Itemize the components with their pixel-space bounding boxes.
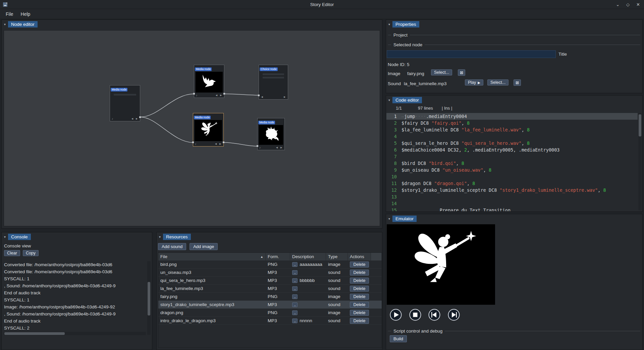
table-row[interactable]: fairy.pngPNG..imageDelete [158,293,382,301]
resources-title[interactable]: Resources [163,234,191,240]
code-line[interactable]: 5$qui_sera_le_hero DC8 "qui_sera_le_hero… [386,140,638,147]
code-scrollbar-thumb[interactable] [639,114,641,136]
delete-button[interactable]: Delete [350,261,369,268]
console-hscrollbar[interactable] [4,332,146,335]
delete-button[interactable]: Delete [350,278,369,284]
close-icon[interactable]: ✕ [636,2,640,7]
sound-play-button[interactable]: Play ▶ [465,79,483,85]
description-edit-button[interactable]: .. [292,278,298,283]
next-icon[interactable]: ► [280,146,283,149]
code-line[interactable]: 10 [386,173,638,180]
input-port[interactable] [258,95,260,96]
sound-note-icon[interactable]: ♪ [195,142,196,145]
code-line[interactable]: 12$story1_drako_luminelle_sceptre DC8 "s… [386,187,638,193]
prev-icon[interactable]: ◄ [215,94,218,97]
input-port[interactable] [192,141,194,143]
code-line[interactable]: 7 [386,153,638,160]
code-line[interactable]: 2$fairy DC8 "fairy.qoi", 8 [386,120,638,126]
column-header-format[interactable]: Form. [266,253,290,260]
sound-note-icon[interactable]: ♪ [259,146,261,149]
collapse-arrow-icon[interactable]: ▾ [388,99,390,102]
column-header-description[interactable]: Description [290,253,326,260]
node-editor-title[interactable]: Node editor [8,21,38,27]
delete-button[interactable]: Delete [350,294,369,300]
input-port[interactable] [193,93,195,95]
next-icon[interactable]: ► [283,95,286,99]
copy-button[interactable]: Copy [23,250,39,256]
console-log[interactable]: Converted file: /home/anthony/ostproj/ba… [4,261,146,335]
node-dragon[interactable]: Media node ♪ ◄ ► [257,118,285,150]
description-edit-button[interactable]: .. [292,286,298,291]
emulator-title[interactable]: Emulator [392,216,417,222]
output-port[interactable] [223,93,225,95]
node-graph-canvas[interactable]: Media node ♪ ◄ ► Media node [4,30,380,226]
collapse-arrow-icon[interactable]: ▾ [4,235,6,239]
table-row[interactable]: intro_drako_le_dragon.mp3MP3..nnnnnsound… [158,317,382,325]
code-line[interactable]: 13 [386,193,638,200]
image-clear-button[interactable]: ⊠ [458,69,465,76]
step-back-button[interactable] [428,308,441,322]
table-row[interactable]: story1_drako_luminelle_sceptre.mp3MP3..s… [158,301,382,309]
description-edit-button[interactable]: .. [292,294,298,299]
collapse-arrow-icon[interactable]: ▾ [388,23,390,26]
description-edit-button[interactable]: .. [292,310,298,315]
delete-button[interactable]: Delete [350,318,369,324]
code-line[interactable]: 8$bird DC8 "bird.qoi", 8 [386,160,638,167]
description-edit-button[interactable]: .. [292,302,298,307]
output-port[interactable] [139,116,141,118]
description-edit-button[interactable]: .. [292,270,298,275]
menu-help[interactable]: Help [17,10,34,18]
input-port[interactable] [257,145,258,147]
build-button[interactable]: Build [390,335,407,342]
prev-icon[interactable]: ◄ [214,142,217,145]
code-editor-title[interactable]: Code editor [392,97,422,103]
column-header-actions[interactable]: Actions [348,253,371,260]
delete-button[interactable]: Delete [350,302,369,308]
prev-icon[interactable]: ◄ [131,117,133,120]
table-row[interactable]: un_oiseau.mp3MP3..soundDelete [158,269,382,277]
clear-button[interactable]: Clear [4,250,20,256]
code-line[interactable]: 14 [386,200,638,207]
code-scrollbar[interactable] [638,113,642,210]
collapse-arrow-icon[interactable]: ▾ [4,23,6,26]
next-icon[interactable]: ► [136,117,138,120]
sound-note-icon[interactable]: ♪ [112,117,113,120]
console-vscrollbar[interactable] [147,261,151,335]
table-row[interactable]: bird.pngPNG..aaaaaaaaaimageDelete [158,260,382,269]
description-edit-button[interactable]: .. [292,318,298,323]
delete-button[interactable]: Delete [350,270,369,276]
output-port[interactable] [223,141,224,143]
add-image-button[interactable]: Add image [190,243,218,250]
prev-icon[interactable]: ◄ [275,146,278,149]
collapse-arrow-icon[interactable]: ▾ [159,235,161,239]
code-line[interactable]: 1–jump····.mediaEntry0004 [386,113,638,120]
play-button[interactable] [389,308,402,322]
column-header-type[interactable]: Type [326,253,348,260]
stop-button[interactable] [409,308,422,322]
add-sound-button[interactable]: Add sound [158,243,186,250]
title-input[interactable] [387,50,556,58]
code-line[interactable]: 4 [386,133,638,140]
column-header-file[interactable]: File ▲ [158,253,266,260]
next-icon[interactable]: ► [220,94,222,97]
prev-icon[interactable]: ◄ [261,95,263,99]
code-line[interactable]: 6$mediaChoice0004 DC32, 2, .mediaEntry00… [386,147,638,153]
console-hscrollbar-thumb[interactable] [4,332,65,335]
sound-clear-button[interactable]: ⊠ [514,79,521,86]
sound-select-button[interactable]: Select... [487,79,508,85]
menu-file[interactable]: File [2,10,17,18]
code-line[interactable]: 3$la_fee_luminelle DC8 "la_fee_luminelle… [386,126,638,133]
delete-button[interactable]: Delete [350,310,369,316]
node-bird[interactable]: Media node ♪ ◄ ► [194,65,224,98]
node-start[interactable]: Media node ♪ ◄ ► [110,85,140,121]
node-fairy[interactable]: Media node ♪ ◄ ► [193,113,224,147]
description-edit-button[interactable]: .. [292,262,298,267]
console-vscrollbar-thumb[interactable] [148,282,150,315]
code-line[interactable]: 9$un_oiseau DC8 "un_oiseau.wav", 8 [386,167,638,173]
maximize-icon[interactable]: ◇ [626,2,630,7]
table-row[interactable]: qui_sera_le_hero.mp3MP3..bbbbbbsoundDele… [158,277,382,285]
minimize-icon[interactable]: ⌄ [616,2,620,7]
properties-title[interactable]: Properties [392,21,419,27]
sound-note-icon[interactable]: ♪ [196,94,197,97]
console-title[interactable]: Console [8,234,31,240]
